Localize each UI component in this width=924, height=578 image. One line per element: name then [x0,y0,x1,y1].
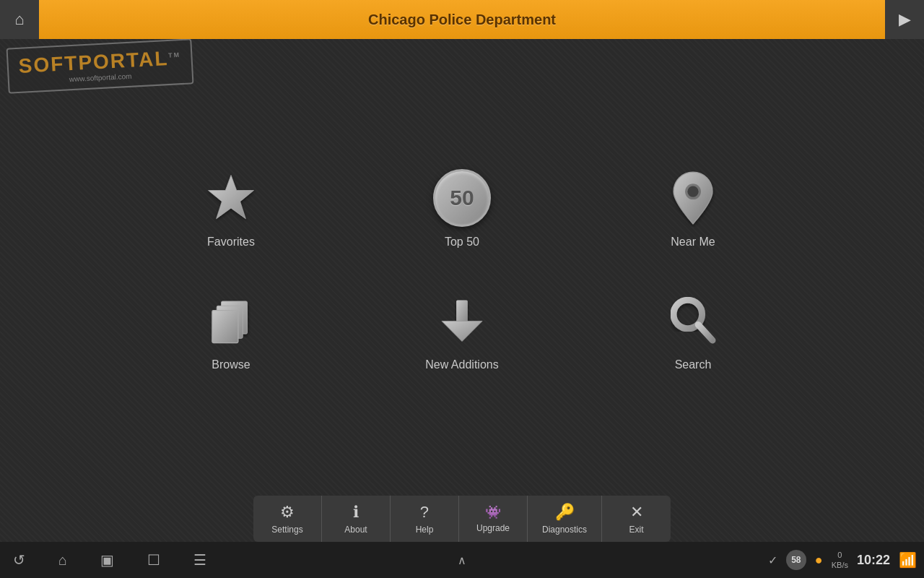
up-arrow-button[interactable]: ∧ [452,551,472,569]
help-menu-label: Help [416,525,434,535]
upgrade-menu-label: Upgrade [476,523,510,533]
coin-icon: ● [815,553,823,568]
help-icon: ? [420,503,429,522]
system-bar-nav: ↺ ⌂ ▣ ☐ ☰ [7,548,212,571]
about-icon: ℹ [353,503,359,522]
app-title: Chicago Police Department [368,12,556,28]
menu-row-1: Favorites 50 Top 50 [0,162,924,256]
search-label: Search [675,358,712,371]
network-speed: 0KB/s [832,550,848,571]
near-me-label: Near Me [671,236,715,249]
star-icon [206,173,256,223]
browse-label: Browse [212,358,250,371]
settings-menu-label: Settings [271,525,302,535]
security-icon: ✓ [768,553,777,567]
settings-menu-item[interactable]: ⚙ Settings [253,496,322,542]
settings-icon: ⚙ [280,503,295,522]
watermark-brand2: PORTAL [78,47,169,74]
svg-point-2 [687,186,698,197]
recents-button[interactable]: ▣ [95,548,120,571]
menu-row-2: Browse [0,285,924,379]
search-item[interactable]: Search [578,285,808,379]
about-menu-label: About [344,525,367,535]
exit-menu-label: Exit [629,525,644,535]
browse-icon-container [202,292,260,350]
watermark-tm: TM [168,51,181,59]
near-me-icon-container [664,169,722,227]
wifi-icon: 📶 [899,551,917,569]
home-icon: ⌂ [14,10,24,29]
search-icon [667,295,719,347]
diagnostics-icon: 🔑 [555,503,575,522]
next-icon: ▶ [899,10,911,29]
about-menu-item[interactable]: ℹ About [322,496,391,542]
header-title-bar: Chicago Police Department [39,0,885,39]
top50-icon-container: 50 [433,169,491,227]
diagnostics-menu-label: Diagnostics [542,525,587,535]
home-button[interactable]: ⌂ [0,0,39,39]
top50-number: 50 [450,186,474,210]
location-pin-icon [668,169,718,227]
exit-menu-item[interactable]: ✕ Exit [602,496,671,542]
new-additions-item[interactable]: New Additions [346,285,578,379]
favorites-label: Favorites [207,236,255,249]
new-additions-label: New Additions [425,358,498,371]
menu-button[interactable]: ☰ [188,548,212,571]
upgrade-menu-item[interactable]: 👾 Upgrade [459,496,528,542]
notification-badge: 58 [786,550,806,570]
new-additions-icon-container [433,292,491,350]
top50-badge: 50 [433,169,491,227]
svg-line-9 [698,324,712,340]
near-me-item[interactable]: Near Me [578,162,808,256]
svg-rect-5 [212,311,238,343]
system-bar: ↺ ⌂ ▣ ☐ ☰ ∧ ✓ 58 ● 0KB/s 10:22 📶 [0,542,924,578]
top50-item[interactable]: 50 Top 50 [346,162,578,256]
help-menu-item[interactable]: ? Help [391,496,459,542]
upgrade-icon: 👾 [485,504,501,520]
header: ⌂ Chicago Police Department ▶ [0,0,924,39]
browse-item[interactable]: Browse [116,285,346,379]
back-button[interactable]: ↺ [7,548,31,571]
watermark: SOFTPORTALTM www.softportal.com [7,43,193,89]
clock: 10:22 [857,553,890,568]
watermark-brand1: SOFT [18,52,79,77]
svg-marker-0 [209,176,254,219]
screenshot-button[interactable]: ☐ [141,548,166,571]
diagnostics-menu-item[interactable]: 🔑 Diagnostics [528,496,602,542]
browse-icon [205,295,257,347]
system-bar-right: ✓ 58 ● 0KB/s 10:22 📶 [768,550,917,571]
download-icon [437,296,487,346]
svg-marker-7 [442,321,482,341]
search-icon-container [664,292,722,350]
home-sys-button[interactable]: ⌂ [53,549,73,571]
exit-icon: ✕ [630,503,643,522]
favorites-icon-container [202,169,260,227]
next-button[interactable]: ▶ [885,0,924,39]
svg-rect-6 [456,301,468,323]
top50-label: Top 50 [445,236,479,249]
favorites-item[interactable]: Favorites [116,162,346,256]
bottom-menu: ⚙ Settings ℹ About ? Help 👾 Upgrade 🔑 Di… [253,496,671,542]
main-content: Favorites 50 Top 50 [0,39,924,501]
